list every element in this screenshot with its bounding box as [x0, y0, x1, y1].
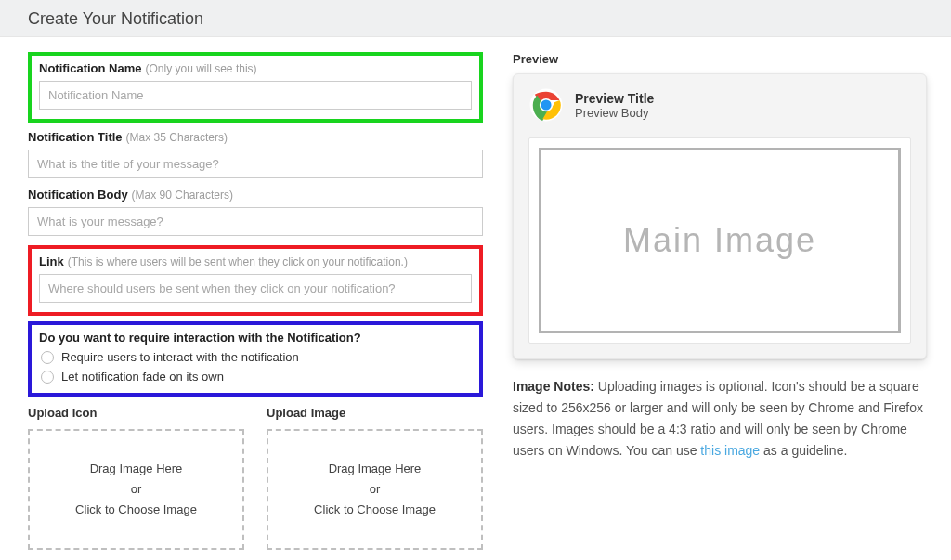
body-label: Notification Body(Max 90 Characters): [28, 188, 483, 202]
preview-card: Preview Title Preview Body Main Image: [513, 73, 927, 359]
radio-icon: [41, 351, 54, 364]
dropzone-click-text: Click to Choose Image: [314, 500, 436, 520]
upload-image-label: Upload Image: [267, 406, 483, 420]
upload-icon-dropzone[interactable]: Drag Image Here or Click to Choose Image: [28, 429, 244, 550]
dropzone-or-text: or: [131, 479, 142, 500]
image-notes-text-2: as a guideline.: [760, 443, 847, 458]
dropzone-or-text: or: [370, 479, 381, 500]
upload-image-dropzone[interactable]: Drag Image Here or Click to Choose Image: [267, 429, 483, 550]
body-field: Notification Body(Max 90 Characters): [28, 188, 483, 236]
chrome-icon: [528, 87, 564, 123]
title-label: Notification Title(Max 35 Characters): [28, 130, 483, 144]
interaction-option-label: Require users to interact with the notif…: [61, 350, 299, 364]
radio-icon: [41, 371, 54, 384]
dropzone-drag-text: Drag Image Here: [329, 459, 422, 479]
interaction-option-fade[interactable]: Let notification fade on its own: [41, 370, 472, 384]
title-input[interactable]: [28, 150, 483, 178]
highlight-name-box: Notification Name(Only you will see this…: [28, 52, 483, 123]
upload-image-col: Upload Image Drag Image Here or Click to…: [267, 406, 483, 550]
form-column: Notification Name(Only you will see this…: [28, 52, 483, 550]
interaction-question: Do you want to require interaction with …: [39, 331, 472, 345]
body-input[interactable]: [28, 207, 483, 236]
preview-body: Preview Body: [575, 106, 654, 120]
name-input[interactable]: [39, 81, 472, 110]
preview-column: Preview Preview Title Preview Body Main …: [513, 52, 934, 550]
dropzone-drag-text: Drag Image Here: [90, 459, 183, 479]
name-label: Notification Name(Only you will see this…: [39, 61, 472, 75]
preview-heading: Preview: [513, 52, 927, 66]
upload-icon-label: Upload Icon: [28, 406, 244, 420]
image-notes: Image Notes: Uploading images is optiona…: [513, 376, 927, 462]
upload-row: Upload Icon Drag Image Here or Click to …: [28, 406, 483, 550]
content-wrap: Notification Name(Only you will see this…: [0, 37, 951, 560]
image-notes-lead: Image Notes:: [513, 379, 594, 394]
preview-main-image-frame: Main Image: [528, 137, 911, 344]
interaction-option-require[interactable]: Require users to interact with the notif…: [41, 350, 472, 364]
image-notes-link[interactable]: this image: [700, 443, 760, 458]
dropzone-click-text: Click to Choose Image: [75, 500, 197, 520]
preview-title: Preview Title: [575, 91, 654, 106]
link-input[interactable]: [39, 274, 472, 303]
highlight-interaction-box: Do you want to require interaction with …: [28, 321, 483, 397]
upload-icon-col: Upload Icon Drag Image Here or Click to …: [28, 406, 244, 550]
svg-point-2: [541, 99, 551, 110]
preview-header: Preview Title Preview Body: [528, 87, 911, 123]
link-label: Link(This is where users will be sent wh…: [39, 254, 472, 268]
highlight-link-box: Link(This is where users will be sent wh…: [28, 245, 483, 316]
interaction-option-label: Let notification fade on its own: [61, 370, 224, 384]
title-field: Notification Title(Max 35 Characters): [28, 130, 483, 178]
page-title: Create Your Notification: [0, 0, 951, 37]
preview-main-image-placeholder: Main Image: [539, 148, 901, 333]
